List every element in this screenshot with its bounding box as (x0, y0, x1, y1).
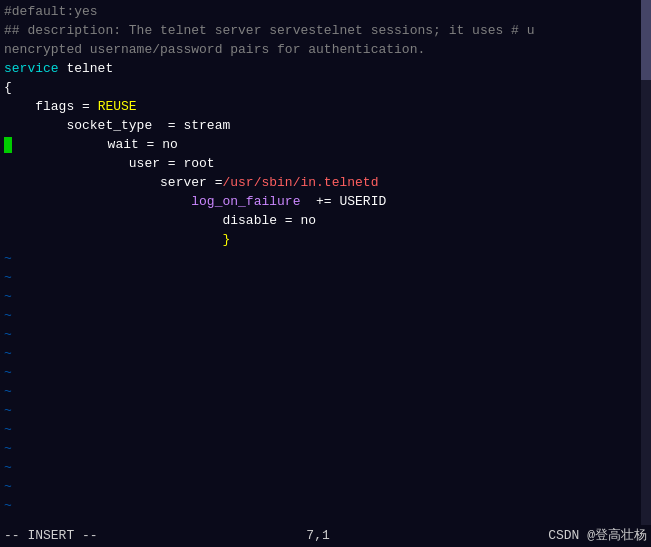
line-7-text: socket_type = stream (4, 116, 230, 135)
line-13-text: } (4, 230, 230, 249)
status-bar: -- INSERT -- 7,1 CSDN @登高壮杨 (0, 525, 651, 547)
insert-mode: -- INSERT -- (4, 526, 98, 546)
line-2-text: ## description: The telnet server serves… (4, 21, 535, 40)
tilde-4: ~ (4, 306, 647, 325)
editor-area: #default:yes ## description: The telnet … (0, 0, 651, 525)
tilde-1: ~ (4, 249, 647, 268)
tilde-5: ~ (4, 325, 647, 344)
position-info: 7,1 CSDN @登高壮杨 (306, 526, 647, 546)
line-11: log_on_failure += USERID (4, 192, 647, 211)
tilde-9: ~ (4, 401, 647, 420)
tilde-12: ~ (4, 458, 647, 477)
tilde-8: ~ (4, 382, 647, 401)
tilde-2: ~ (4, 268, 647, 287)
line-13: } (4, 230, 647, 249)
line-7: socket_type = stream (4, 116, 647, 135)
tilde-6: ~ (4, 344, 647, 363)
line-9-text: user = root (4, 154, 215, 173)
line-8: wait = no (4, 135, 647, 154)
line-12-text: disable = no (4, 211, 316, 230)
line-9: user = root (4, 154, 647, 173)
line-2: ## description: The telnet server serves… (4, 21, 647, 40)
tilde-14: ~ (4, 496, 647, 515)
tilde-11: ~ (4, 439, 647, 458)
scrollbar[interactable] (641, 0, 651, 525)
line-8-text: wait = no (14, 135, 178, 154)
line-3: nencrypted username/password pairs for a… (4, 40, 647, 59)
line-4: service telnet (4, 59, 647, 78)
cursor (4, 137, 12, 153)
tilde-3: ~ (4, 287, 647, 306)
line-4-service: service (4, 59, 59, 78)
cursor-position: 7,1 (306, 528, 329, 543)
csdn-credit: CSDN @登高壮杨 (548, 528, 647, 543)
line-6: flags = REUSE (4, 97, 647, 116)
line-10: server =/usr/sbin/in.telnetd (4, 173, 647, 192)
tilde-7: ~ (4, 363, 647, 382)
line-1: #default:yes (4, 2, 647, 21)
line-5: { (4, 78, 647, 97)
line-12: disable = no (4, 211, 647, 230)
line-4-telnet: telnet (59, 59, 114, 78)
tilde-13: ~ (4, 477, 647, 496)
line-11-log: log_on_failure (191, 192, 300, 211)
line-5-text: { (4, 78, 12, 97)
line-6-reuse: REUSE (98, 97, 137, 116)
line-10-server: server = (4, 173, 222, 192)
line-10-path: /usr/sbin/in.telnetd (222, 173, 378, 192)
line-11-indent (4, 192, 191, 211)
line-11-userid: += USERID (300, 192, 386, 211)
line-3-text: nencrypted username/password pairs for a… (4, 40, 425, 59)
line-6-flags: flags = (4, 97, 98, 116)
tilde-10: ~ (4, 420, 647, 439)
line-1-text: #default:yes (4, 2, 98, 21)
scrollbar-thumb[interactable] (641, 0, 651, 80)
